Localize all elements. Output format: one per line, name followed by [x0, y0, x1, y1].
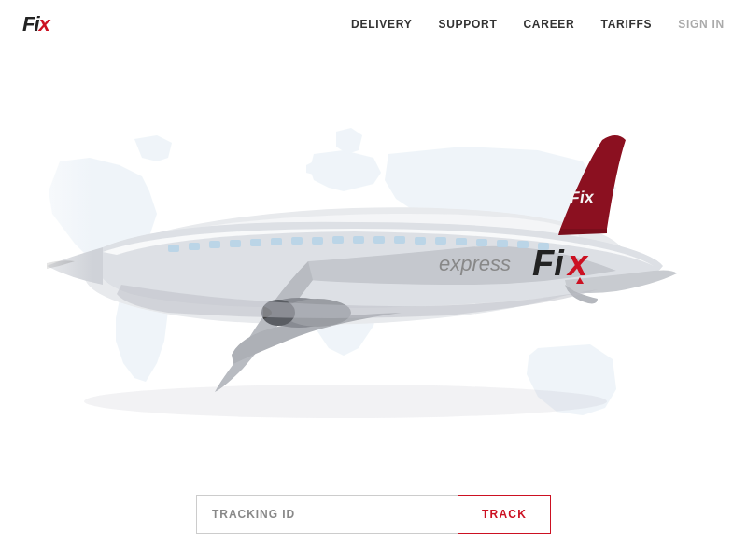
top-fade [0, 49, 747, 105]
svg-rect-20 [456, 238, 467, 245]
svg-rect-21 [476, 239, 487, 246]
svg-rect-11 [271, 238, 282, 245]
svg-rect-19 [435, 237, 446, 245]
svg-rect-17 [394, 236, 405, 244]
svg-text:Fix: Fix [569, 188, 595, 207]
nav-signin[interactable]: SIGN IN [678, 18, 725, 31]
svg-rect-14 [332, 236, 344, 244]
header: Fix DELIVERY SUPPORT CAREER TARIFFS SIGN… [0, 0, 747, 49]
left-fade [0, 0, 93, 560]
svg-point-0 [84, 385, 607, 418]
nav-delivery[interactable]: DELIVERY [351, 18, 412, 31]
svg-text:Fi: Fi [532, 244, 565, 283]
svg-text:x: x [566, 244, 589, 283]
tracking-id-input[interactable] [196, 495, 458, 534]
svg-rect-7 [189, 243, 200, 250]
svg-rect-9 [230, 240, 241, 247]
nav-career[interactable]: CAREER [523, 18, 574, 31]
svg-rect-6 [168, 245, 179, 252]
nav-support[interactable]: SUPPORT [438, 18, 497, 31]
nav-tariffs[interactable]: TARIFFS [600, 18, 652, 31]
right-fade [691, 0, 747, 560]
main-nav: DELIVERY SUPPORT CAREER TARIFFS SIGN IN [351, 18, 725, 31]
svg-rect-13 [312, 237, 323, 245]
logo[interactable]: Fix [22, 12, 49, 36]
svg-rect-23 [517, 241, 529, 248]
svg-text:express: express [439, 252, 511, 275]
svg-rect-18 [415, 237, 426, 245]
track-button[interactable]: TRACK [458, 495, 551, 534]
svg-rect-22 [497, 240, 508, 247]
svg-rect-12 [291, 237, 303, 245]
svg-rect-10 [250, 239, 261, 246]
svg-rect-8 [209, 241, 220, 248]
svg-rect-16 [374, 236, 385, 244]
plane-illustration: express Fi x Fix [0, 56, 747, 467]
tracking-section: TRACK [0, 495, 747, 534]
svg-rect-15 [353, 236, 364, 244]
